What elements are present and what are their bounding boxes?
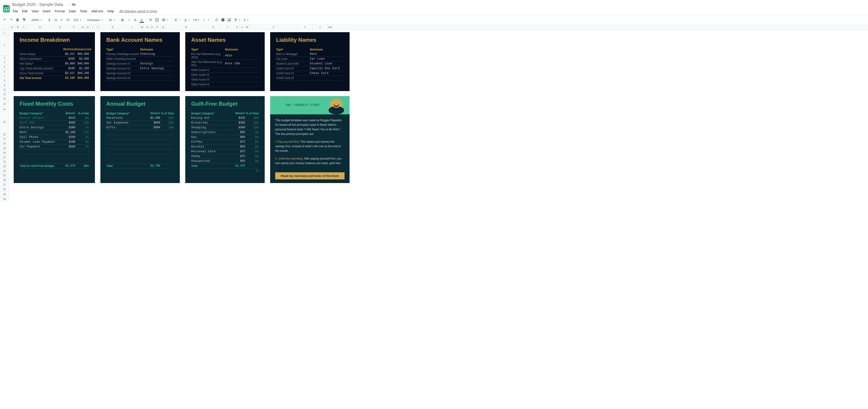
table-row[interactable]: Other Asset #2: [191, 72, 259, 77]
table-row[interactable]: Unexpected$503%: [191, 159, 259, 164]
table-row[interactable]: Credit Card #2Chase Card: [276, 71, 344, 76]
rotate-dropdown[interactable]: A▼: [202, 17, 211, 23]
table-row[interactable]: Credit Card #3: [276, 76, 344, 81]
menu-edit[interactable]: Edit: [20, 8, 29, 14]
number-format-dropdown[interactable]: 123▼: [72, 17, 83, 23]
menu-view[interactable]: View: [30, 8, 40, 14]
functions-dropdown[interactable]: Σ▼: [242, 17, 250, 23]
col-header-F[interactable]: F: [67, 24, 81, 30]
paint-format-button[interactable]: [21, 17, 27, 23]
table-row[interactable]: Alcohol$503%: [191, 145, 259, 149]
table-row[interactable]: Extra Savings$3007%: [20, 125, 89, 130]
menu-addons[interactable]: Add-ons: [89, 8, 105, 14]
font-dropdown[interactable]: Overpass▼: [86, 17, 104, 23]
menu-format[interactable]: Format: [53, 8, 67, 14]
table-row[interactable]: Coffee$755%: [191, 140, 259, 145]
chart-button[interactable]: [226, 17, 232, 23]
valign-dropdown[interactable]: ▼: [183, 17, 192, 23]
col-header-C[interactable]: C: [21, 24, 27, 30]
table-row[interactable]: Primary Checking AccountChecking: [106, 52, 174, 57]
table-row[interactable]: Cell Phone$1002%: [20, 135, 89, 140]
percent-button[interactable]: %: [53, 17, 59, 23]
row-header-14[interactable]: 14: [0, 106, 9, 112]
col-header-X[interactable]: X: [250, 24, 298, 30]
col-header-L[interactable]: L: [125, 24, 139, 30]
halign-dropdown[interactable]: ▼: [173, 17, 182, 23]
cell-content-area[interactable]: Income Breakdown MonthlyAnnualized Gross…: [9, 30, 868, 201]
row-header-28[interactable]: 28: [0, 187, 9, 192]
row-header-2[interactable]: 2: [0, 35, 9, 56]
table-row[interactable]: Vacations$1,40052%: [106, 116, 174, 121]
table-row[interactable]: Subscriptions$503%: [191, 130, 259, 135]
table-row[interactable]: Groceries$30020%: [191, 121, 259, 125]
link-button[interactable]: [214, 17, 219, 23]
row-header-15[interactable]: 15: [0, 112, 9, 132]
col-header-Z[interactable]: Z: [313, 24, 328, 30]
table-row[interactable]: -: [106, 159, 174, 164]
move-folder-icon[interactable]: [72, 3, 76, 7]
table-row[interactable]: Student Loan DebtStudent Loan: [276, 61, 344, 66]
col-header-U[interactable]: U: [235, 24, 240, 30]
table-row[interactable]: Net Salary*$4,000$48,000: [20, 61, 89, 66]
col-header-AA[interactable]: AA: [328, 24, 333, 30]
print-button[interactable]: [14, 17, 21, 23]
table-row[interactable]: Roth IRA*$40010%: [20, 121, 89, 125]
table-row[interactable]: -: [106, 140, 174, 145]
text-color-button[interactable]: A: [139, 17, 145, 23]
doc-title[interactable]: Budget 2020 - Sample Data: [11, 2, 64, 7]
table-row[interactable]: Hobby$755%: [191, 154, 259, 159]
table-row[interactable]: Gross Salary$5,417$65,000: [20, 52, 89, 57]
table-row[interactable]: Car LoanCar Loan: [276, 57, 344, 61]
menu-file[interactable]: File: [11, 8, 20, 14]
table-row[interactable]: Other Asset #3: [191, 77, 259, 82]
row-header-25[interactable]: 25: [0, 174, 9, 178]
star-icon[interactable]: ☆: [67, 3, 69, 6]
table-row[interactable]: Annual Budget*$2255%: [20, 116, 89, 121]
borders-button[interactable]: [154, 17, 160, 23]
table-row[interactable]: Savings Account #4: [106, 76, 174, 81]
row-header-22[interactable]: 22: [0, 160, 9, 164]
table-row[interactable]: Gross Total Income$5,517$66,200: [20, 71, 89, 76]
row-header-5[interactable]: 5: [0, 65, 9, 69]
table-row[interactable]: Rent$1,10027%: [20, 130, 89, 135]
row-header-9[interactable]: 9: [0, 83, 9, 88]
menu-data[interactable]: Data: [67, 8, 78, 14]
table-row[interactable]: Personal Care$755%: [191, 149, 259, 154]
row-header-11[interactable]: 11: [0, 92, 9, 97]
col-header-D[interactable]: D: [27, 24, 53, 30]
table-row[interactable]: Other Checking Account: [106, 57, 174, 61]
row-header-23[interactable]: 23: [0, 164, 9, 169]
read-summary-button[interactable]: Read my summary and notes of the book: [275, 172, 345, 179]
row-header-3[interactable]: 3: [0, 56, 9, 60]
col-header-P[interactable]: P: [154, 24, 160, 30]
row-header-21[interactable]: 21: [0, 155, 9, 160]
row-header-19[interactable]: 19: [0, 146, 9, 151]
table-row[interactable]: Savings Account #3: [106, 71, 174, 76]
row-header-20[interactable]: 20: [0, 151, 9, 155]
row-header-26[interactable]: 26: [0, 178, 9, 183]
zoom-dropdown[interactable]: 100%▼: [30, 17, 43, 23]
table-row[interactable]: Car Payment$3007%: [20, 145, 89, 149]
menu-help[interactable]: Help: [106, 8, 116, 14]
table-row[interactable]: Shopping$30020%: [191, 125, 259, 130]
menu-tools[interactable]: Tools: [78, 8, 89, 14]
col-header-Q[interactable]: Q: [160, 24, 166, 30]
row-header-16[interactable]: 16: [0, 132, 9, 137]
table-row[interactable]: Eating Out$42028%: [191, 116, 259, 121]
col-header-M[interactable]: M: [139, 24, 145, 30]
table-row[interactable]: Car Expenses$80030%: [106, 121, 174, 125]
decrease-decimal-button[interactable]: .0←: [59, 17, 65, 23]
row-header-24[interactable]: 24: [0, 169, 9, 174]
col-header-W[interactable]: W: [245, 24, 250, 30]
row-header-30[interactable]: 30: [0, 197, 9, 201]
col-header-Y[interactable]: Y: [298, 24, 313, 30]
col-header-S[interactable]: S: [206, 24, 220, 30]
select-all-corner[interactable]: [0, 24, 9, 30]
wrap-dropdown[interactable]: ▼: [192, 17, 201, 23]
table-row[interactable]: Savings Account #1Savings: [106, 61, 174, 66]
table-row[interactable]: -: [20, 154, 89, 159]
table-row[interactable]: Credit Card #1Capital One Card: [276, 66, 344, 71]
menu-insert[interactable]: Insert: [41, 8, 53, 14]
row-header-13[interactable]: 13: [0, 101, 9, 106]
col-header-V[interactable]: V: [240, 24, 245, 30]
